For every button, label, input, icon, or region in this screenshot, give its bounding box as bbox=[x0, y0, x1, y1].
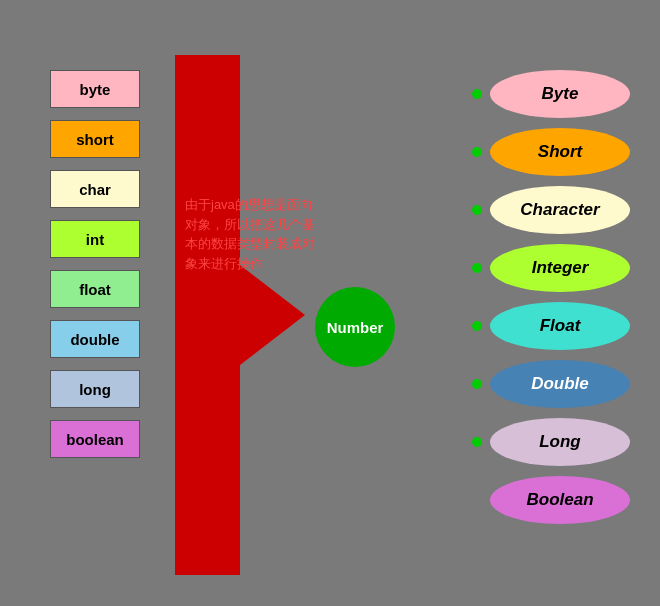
center-description: 由于java的思想是面向对象，所以把这几个基本的数据类型封装成对象来进行操作 bbox=[185, 195, 315, 273]
dot-character bbox=[472, 205, 482, 215]
float-label: float bbox=[79, 281, 111, 298]
left-type-boxes: byte short char int float double long bo… bbox=[50, 70, 140, 458]
oval-byte: Byte bbox=[490, 70, 630, 118]
dot-short bbox=[472, 147, 482, 157]
long-label: long bbox=[79, 381, 111, 398]
oval-row-character: Character bbox=[472, 186, 630, 234]
oval-integer-label: Integer bbox=[532, 258, 589, 278]
box-float: float bbox=[50, 270, 140, 308]
center-arrow bbox=[175, 55, 335, 575]
oval-float: Float bbox=[490, 302, 630, 350]
oval-long-label: Long bbox=[539, 432, 581, 452]
oval-row-long: Long bbox=[472, 418, 630, 466]
oval-integer: Integer bbox=[490, 244, 630, 292]
description-text: 由于java的思想是面向对象，所以把这几个基本的数据类型封装成对象来进行操作 bbox=[185, 197, 315, 271]
oval-row-short: Short bbox=[472, 128, 630, 176]
box-double: double bbox=[50, 320, 140, 358]
oval-character: Character bbox=[490, 186, 630, 234]
right-wrapper-ovals: Byte Short Character Integer Float Doubl… bbox=[472, 70, 630, 524]
oval-boolean-label: Boolean bbox=[526, 490, 593, 510]
oval-long: Long bbox=[490, 418, 630, 466]
dot-float bbox=[472, 321, 482, 331]
short-label: short bbox=[76, 131, 114, 148]
oval-short: Short bbox=[490, 128, 630, 176]
int-label: int bbox=[86, 231, 104, 248]
box-long: long bbox=[50, 370, 140, 408]
oval-short-label: Short bbox=[538, 142, 582, 162]
dot-byte bbox=[472, 89, 482, 99]
number-circle: Number bbox=[315, 287, 395, 367]
oval-row-boolean: Boolean bbox=[472, 476, 630, 524]
oval-character-label: Character bbox=[520, 200, 599, 220]
oval-row-byte: Byte bbox=[472, 70, 630, 118]
oval-row-float: Float bbox=[472, 302, 630, 350]
double-label: double bbox=[70, 331, 119, 348]
oval-byte-label: Byte bbox=[542, 84, 579, 104]
oval-double: Double bbox=[490, 360, 630, 408]
boolean-label: boolean bbox=[66, 431, 124, 448]
svg-marker-0 bbox=[175, 55, 305, 575]
oval-float-label: Float bbox=[540, 316, 581, 336]
byte-label: byte bbox=[80, 81, 111, 98]
number-label: Number bbox=[327, 319, 384, 336]
oval-boolean: Boolean bbox=[490, 476, 630, 524]
char-label: char bbox=[79, 181, 111, 198]
dot-double bbox=[472, 379, 482, 389]
oval-row-integer: Integer bbox=[472, 244, 630, 292]
dot-long bbox=[472, 437, 482, 447]
dot-integer bbox=[472, 263, 482, 273]
box-boolean: boolean bbox=[50, 420, 140, 458]
box-byte: byte bbox=[50, 70, 140, 108]
box-short: short bbox=[50, 120, 140, 158]
oval-double-label: Double bbox=[531, 374, 589, 394]
box-char: char bbox=[50, 170, 140, 208]
box-int: int bbox=[50, 220, 140, 258]
oval-row-double: Double bbox=[472, 360, 630, 408]
